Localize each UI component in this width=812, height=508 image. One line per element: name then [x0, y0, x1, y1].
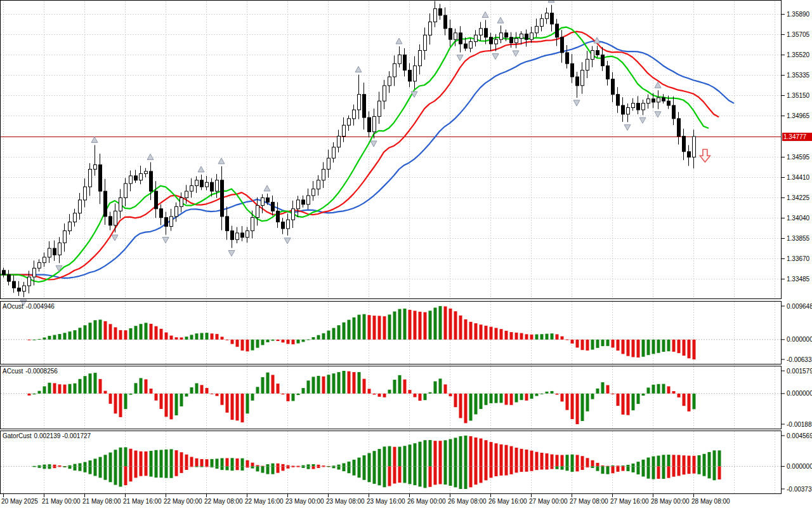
fractal-up-icon: [218, 158, 225, 164]
indicator-name: ACcust: [3, 368, 23, 375]
price-axis-label: 1.35890: [787, 11, 810, 18]
chart-canvas[interactable]: 1.358901.357051.355201.353351.351501.349…: [0, 0, 812, 508]
time-axis-label: 22 May 08:00: [204, 498, 243, 505]
fractal-down-icon: [639, 117, 646, 123]
time-axis-label: 27 May 08:00: [570, 498, 608, 505]
time-axis-label: 22 May 16:00: [245, 498, 284, 505]
fractal-down-icon: [112, 235, 118, 241]
fractal-up-icon: [198, 166, 204, 172]
current-price-label: 1.34777: [782, 133, 812, 141]
fractal-down-icon: [513, 51, 519, 57]
main-price-panel: 1.358901.357051.355201.353351.351501.349…: [0, 0, 810, 305]
time-axis-label: 23 May 16:00: [367, 498, 405, 505]
indicator-name: AOcust: [3, 303, 23, 310]
fractal-down-icon: [624, 124, 631, 130]
time-axis-label: 27 May 16:00: [610, 498, 649, 505]
fractal-up-icon: [147, 154, 154, 159]
time-axis-label: 27 May 00:00: [529, 498, 568, 505]
fractal-up-icon: [91, 137, 98, 142]
fractal-up-icon: [396, 38, 402, 44]
fractal-down-icon: [162, 237, 169, 243]
indicator-value: -0.0008256: [25, 368, 58, 375]
fractal-up-icon: [497, 17, 504, 23]
time-axis-label: 21 May 08:00: [82, 498, 121, 505]
fractal-arrows-layer: [20, 0, 661, 305]
time-axis-label: 21 May 00:00: [42, 498, 81, 505]
price-axis-label: 1.35705: [787, 31, 810, 38]
indicator-axis-label: -0.006333: [787, 356, 812, 363]
fractal-up-icon: [264, 185, 270, 191]
trading-chart-window: 1.358901.357051.355201.353351.351501.349…: [0, 0, 812, 508]
indicator-axis-label: 0.0000000: [787, 390, 812, 397]
time-axis-label: 23 May 00:00: [285, 498, 324, 505]
ac-panel: 0.00157950.0000000-0.0018894: [1, 366, 812, 429]
price-axis-label: 1.33485: [787, 276, 810, 283]
price-axis-label: 1.33855: [787, 235, 810, 242]
price-axis-label: 1.34225: [787, 194, 810, 201]
indicator-title-ac: ACcust-0.0008256: [3, 368, 58, 375]
price-axis-label: 1.35150: [787, 92, 810, 99]
price-axis-label: 1.34040: [787, 215, 810, 222]
indicator-value: -0.004946: [26, 303, 55, 310]
sell-signal-arrow-icon: [700, 149, 710, 162]
time-axis-label: 21 May 16:00: [123, 498, 162, 505]
indicator-name: GatorCust: [3, 432, 32, 439]
indicator-title-ao: AOcust-0.004946: [3, 303, 55, 310]
price-axis-label: 1.34410: [787, 174, 810, 181]
time-axis-label: 26 May 08:00: [448, 498, 487, 505]
time-axis-label: 26 May 16:00: [488, 498, 527, 505]
time-axis-label: 20 May 2025: [1, 498, 38, 505]
gator-panel: 0.0045690.000000-0.003736: [1, 431, 812, 494]
time-axis-label: 23 May 08:00: [326, 498, 365, 505]
time-axis-label: 28 May 08:00: [691, 498, 730, 505]
price-axis-label: 1.35335: [787, 72, 810, 79]
indicator-axis-label: -0.003736: [787, 486, 812, 493]
time-axis-label: 28 May 00:00: [651, 498, 690, 505]
indicator-axis-label: -0.0018894: [787, 421, 812, 428]
candles-layer: [3, 1, 696, 298]
time-axis-label: 26 May 00:00: [407, 498, 446, 505]
indicator-title-gator: GatorCust0.002139 -0.001727: [3, 432, 91, 439]
price-axis-label: 1.34965: [787, 112, 810, 119]
fractal-down-icon: [370, 141, 377, 147]
indicator-value: 0.002139 -0.001727: [34, 432, 91, 439]
alligator-jaw-line: [0, 41, 734, 278]
time-axis: 20 May 202521 May 00:0021 May 08:0021 Ma…: [1, 494, 730, 505]
fractal-down-icon: [228, 251, 235, 257]
fractal-down-icon: [457, 55, 463, 61]
indicator-axis-label: 0.0015795: [787, 368, 812, 375]
fractal-up-icon: [355, 67, 362, 72]
fractal-down-icon: [284, 238, 291, 244]
ao-panel: 0.0096480.000000-0.006333: [1, 302, 812, 364]
indicator-axis-label: 0.000000: [787, 463, 812, 470]
indicator-axis-label: 0.000000: [787, 336, 812, 343]
fractal-down-icon: [655, 112, 661, 117]
price-axis-label: 1.33670: [787, 255, 810, 262]
fractal-down-icon: [492, 54, 499, 60]
price-axis-label: 1.34595: [787, 154, 810, 161]
fractal-down-icon: [573, 100, 580, 106]
price-axis-label: 1.35520: [787, 51, 810, 58]
indicator-axis-label: 0.004569: [787, 432, 812, 439]
indicator-axis-label: 0.009648: [787, 303, 812, 310]
time-axis-label: 22 May 00:00: [164, 498, 202, 505]
